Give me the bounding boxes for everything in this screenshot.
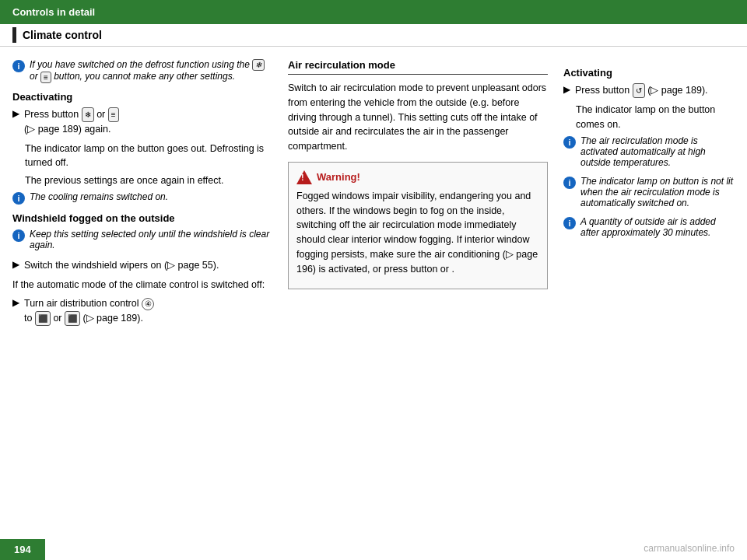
activating-bullet1-text: Press button ↺ (▷ page 189). <box>575 83 708 98</box>
info-text-defrost: If you have switched on the defrost func… <box>30 59 272 83</box>
bullet-arrow-wind1: ▶ <box>12 259 19 270</box>
bullet-arrow-1: ▶ <box>12 108 19 119</box>
bullet-arrow-wind2: ▶ <box>12 297 19 308</box>
btn-act-1: ↺ <box>633 83 645 98</box>
btn-defrost-1: ❄ <box>252 59 265 71</box>
windshield-bullet1: ▶ Switch the windshield wipers on (▷ pag… <box>12 258 272 273</box>
btn-deact-2: ≡ <box>108 107 119 122</box>
info-text-windshield: Keep this setting selected only until th… <box>30 229 272 250</box>
info-block-cooling: i The cooling remains switched on. <box>12 191 272 205</box>
info-text-cooling: The cooling remains switched on. <box>30 191 168 205</box>
info-icon-defrost: i <box>12 60 25 72</box>
info-icon-cooling: i <box>12 192 25 205</box>
warning-icon <box>296 170 312 184</box>
info-block-defrost: i If you have switched on the defrost fu… <box>12 59 272 83</box>
activating-sub1: The indicator lamp on the button comes o… <box>576 103 735 132</box>
deactivating-bullet1: ▶ Press button ❄ or ≡ (▷ page 189) again… <box>12 107 272 137</box>
windshield-para1: If the automatic mode of the climate con… <box>12 278 272 292</box>
activating-bullet1: ▶ Press button ↺ (▷ page 189). <box>563 83 735 98</box>
warning-text: Fogged windows impair visibility, endang… <box>296 189 539 277</box>
deactivating-heading: Deactivating <box>12 91 272 103</box>
page-number: 194 <box>0 539 45 560</box>
left-column: i If you have switched on the defrost fu… <box>12 59 272 544</box>
info-icon-act3: i <box>563 217 576 229</box>
info-icon-act1: i <box>563 136 576 149</box>
windshield-bullet2-text: Turn air distribution control ④ to ⬛ or … <box>24 296 154 326</box>
windshield-bullet1-text: Switch the windshield wipers on (▷ page … <box>24 258 219 273</box>
activating-heading: Activating <box>563 67 735 79</box>
btn-dist-1: ⬛ <box>35 311 51 326</box>
info-icon-windshield: i <box>12 229 25 242</box>
middle-column: Air recirculation mode Switch to air rec… <box>288 59 548 544</box>
info-icon-act2: i <box>563 177 576 189</box>
air-recirc-para1: Switch to air recirculation mode to prev… <box>288 81 548 154</box>
watermark: carmanualsonline.info <box>644 543 735 554</box>
deactivating-bullet1-text: Press button ❄ or ≡ (▷ page 189) again. <box>24 107 119 137</box>
deactivating-sub2: The previous settings are once again in … <box>25 173 272 188</box>
distribution-icon: ④ <box>142 298 154 310</box>
air-recirc-heading: Air recirculation mode <box>288 59 548 75</box>
right-column: Activating ▶ Press button ↺ (▷ page 189)… <box>563 59 735 544</box>
bullet-arrow-act1: ▶ <box>563 84 570 95</box>
warning-header: Warning! <box>296 170 539 184</box>
info-block-act3: i A quantity of outside air is added aft… <box>563 216 735 238</box>
warning-box: Warning! Fogged windows impair visibilit… <box>288 162 548 290</box>
info-text-act3: A quantity of outside air is added after… <box>580 216 735 238</box>
header-bar: Controls in detail <box>0 0 747 24</box>
windshield-heading: Windshield fogged on the outside <box>12 212 272 224</box>
sub-header-bar <box>12 27 16 43</box>
header-title: Controls in detail <box>12 6 95 18</box>
info-text-act1: The air recirculation mode is activated … <box>580 135 735 168</box>
sub-header: Climate control <box>0 24 747 47</box>
btn-defrost-2: ≡ <box>40 72 51 83</box>
info-text-act2: The indicator lamp on button is not lit … <box>580 176 735 208</box>
info-block-act2: i The indicator lamp on button is not li… <box>563 176 735 208</box>
btn-deact-1: ❄ <box>82 107 94 122</box>
info-block-windshield: i Keep this setting selected only until … <box>12 229 272 250</box>
sub-header-title: Climate control <box>23 29 102 41</box>
windshield-bullet2: ▶ Turn air distribution control ④ to ⬛ o… <box>12 296 272 326</box>
warning-label: Warning! <box>317 171 360 183</box>
main-content: i If you have switched on the defrost fu… <box>0 53 747 551</box>
info-block-act1: i The air recirculation mode is activate… <box>563 135 735 168</box>
btn-dist-2: ⬛ <box>65 311 80 326</box>
deactivating-sub1: The indicator lamp on the button goes ou… <box>25 142 272 171</box>
